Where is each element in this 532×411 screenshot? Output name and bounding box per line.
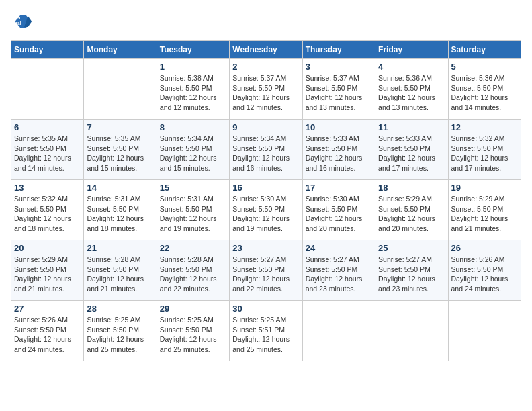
- calendar-cell: 27 Sunrise: 5:26 AM Sunset: 5:50 PM Dayl…: [11, 301, 84, 361]
- svg-text:Gen: Gen: [13, 15, 22, 20]
- sunrise-text: Sunrise: 5:29 AM: [14, 255, 81, 265]
- daylight-text: Daylight: 12 hours and 15 minutes.: [160, 153, 226, 173]
- daylight-text: Daylight: 12 hours and 15 minutes.: [87, 153, 153, 173]
- day-number: 19: [451, 183, 518, 193]
- logo-icon: Gen eral: [11, 11, 32, 32]
- sunset-text: Sunset: 5:50 PM: [378, 144, 445, 154]
- day-info: Sunrise: 5:30 AM Sunset: 5:50 PM Dayligh…: [232, 194, 299, 234]
- day-info: Sunrise: 5:25 AM Sunset: 5:50 PM Dayligh…: [160, 315, 226, 355]
- sunrise-text: Sunrise: 5:34 AM: [232, 134, 299, 144]
- daylight-text: Daylight: 12 hours and 16 minutes.: [232, 153, 299, 173]
- day-info: Sunrise: 5:34 AM Sunset: 5:50 PM Dayligh…: [232, 134, 299, 173]
- day-info: Sunrise: 5:32 AM Sunset: 5:50 PM Dayligh…: [14, 194, 81, 234]
- weekday-header-saturday: Saturday: [448, 41, 521, 59]
- daylight-text: Daylight: 12 hours and 17 minutes.: [378, 153, 445, 173]
- sunset-text: Sunset: 5:50 PM: [378, 265, 445, 275]
- sunrise-text: Sunrise: 5:27 AM: [232, 255, 299, 265]
- calendar-cell: 28 Sunrise: 5:25 AM Sunset: 5:50 PM Dayl…: [84, 301, 157, 361]
- calendar-cell: 22 Sunrise: 5:28 AM Sunset: 5:50 PM Dayl…: [157, 240, 229, 301]
- sunset-text: Sunset: 5:50 PM: [14, 144, 81, 154]
- sunset-text: Sunset: 5:50 PM: [232, 83, 299, 93]
- day-info: Sunrise: 5:27 AM Sunset: 5:50 PM Dayligh…: [378, 255, 445, 294]
- day-info: Sunrise: 5:25 AM Sunset: 5:51 PM Dayligh…: [232, 315, 299, 355]
- sunrise-text: Sunrise: 5:34 AM: [160, 134, 226, 144]
- calendar-week-3: 13 Sunrise: 5:32 AM Sunset: 5:50 PM Dayl…: [11, 180, 521, 240]
- daylight-text: Daylight: 12 hours and 14 minutes.: [451, 93, 518, 112]
- sunset-text: Sunset: 5:50 PM: [378, 204, 445, 214]
- daylight-text: Daylight: 12 hours and 23 minutes.: [306, 274, 372, 293]
- calendar-cell: 9 Sunrise: 5:34 AM Sunset: 5:50 PM Dayli…: [230, 120, 302, 180]
- sunset-text: Sunset: 5:50 PM: [451, 83, 518, 93]
- day-info: Sunrise: 5:30 AM Sunset: 5:50 PM Dayligh…: [306, 194, 372, 234]
- day-number: 25: [378, 243, 445, 253]
- day-number: 23: [232, 243, 299, 253]
- day-number: 21: [87, 243, 153, 253]
- day-number: 29: [160, 304, 226, 314]
- day-info: Sunrise: 5:38 AM Sunset: 5:50 PM Dayligh…: [160, 73, 226, 113]
- calendar-cell: 21 Sunrise: 5:28 AM Sunset: 5:50 PM Dayl…: [84, 240, 157, 301]
- day-number: 8: [160, 122, 226, 132]
- daylight-text: Daylight: 12 hours and 18 minutes.: [14, 214, 81, 233]
- calendar-cell: [375, 301, 448, 361]
- day-info: Sunrise: 5:29 AM Sunset: 5:50 PM Dayligh…: [451, 194, 518, 234]
- sunrise-text: Sunrise: 5:36 AM: [378, 73, 445, 83]
- sunset-text: Sunset: 5:50 PM: [87, 204, 153, 214]
- sunrise-text: Sunrise: 5:29 AM: [378, 194, 445, 204]
- weekday-header-friday: Friday: [375, 41, 448, 59]
- calendar-cell: 4 Sunrise: 5:36 AM Sunset: 5:50 PM Dayli…: [375, 59, 448, 120]
- sunset-text: Sunset: 5:50 PM: [306, 204, 372, 214]
- day-number: 6: [14, 122, 81, 132]
- daylight-text: Daylight: 12 hours and 24 minutes.: [14, 334, 81, 354]
- day-number: 2: [232, 62, 299, 72]
- sunrise-text: Sunrise: 5:25 AM: [232, 315, 299, 325]
- sunset-text: Sunset: 5:50 PM: [232, 265, 299, 275]
- daylight-text: Daylight: 12 hours and 22 minutes.: [232, 274, 299, 293]
- sunrise-text: Sunrise: 5:30 AM: [232, 194, 299, 204]
- sunrise-text: Sunrise: 5:29 AM: [451, 194, 518, 204]
- weekday-header-wednesday: Wednesday: [230, 41, 302, 59]
- weekday-header-tuesday: Tuesday: [157, 41, 229, 59]
- day-info: Sunrise: 5:27 AM Sunset: 5:50 PM Dayligh…: [232, 255, 299, 294]
- calendar-cell: 12 Sunrise: 5:32 AM Sunset: 5:50 PM Dayl…: [448, 120, 521, 180]
- sunset-text: Sunset: 5:50 PM: [87, 325, 153, 335]
- calendar-cell: 15 Sunrise: 5:31 AM Sunset: 5:50 PM Dayl…: [157, 180, 229, 240]
- sunset-text: Sunset: 5:50 PM: [451, 265, 518, 275]
- sunset-text: Sunset: 5:50 PM: [160, 144, 226, 154]
- sunrise-text: Sunrise: 5:26 AM: [14, 315, 81, 325]
- daylight-text: Daylight: 12 hours and 25 minutes.: [232, 334, 299, 354]
- calendar-cell: 5 Sunrise: 5:36 AM Sunset: 5:50 PM Dayli…: [448, 59, 521, 120]
- day-number: 13: [14, 183, 81, 193]
- calendar-week-4: 20 Sunrise: 5:29 AM Sunset: 5:50 PM Dayl…: [11, 240, 521, 301]
- calendar-cell: 26 Sunrise: 5:26 AM Sunset: 5:50 PM Dayl…: [448, 240, 521, 301]
- calendar-cell: 7 Sunrise: 5:35 AM Sunset: 5:50 PM Dayli…: [84, 120, 157, 180]
- sunrise-text: Sunrise: 5:35 AM: [14, 134, 81, 144]
- weekday-header-thursday: Thursday: [302, 41, 375, 59]
- calendar-cell: [84, 59, 157, 120]
- calendar-cell: 23 Sunrise: 5:27 AM Sunset: 5:50 PM Dayl…: [230, 240, 302, 301]
- day-info: Sunrise: 5:33 AM Sunset: 5:50 PM Dayligh…: [306, 134, 372, 173]
- sunrise-text: Sunrise: 5:32 AM: [14, 194, 81, 204]
- day-number: 16: [232, 183, 299, 193]
- sunset-text: Sunset: 5:50 PM: [232, 144, 299, 154]
- daylight-text: Daylight: 12 hours and 25 minutes.: [87, 334, 153, 354]
- day-number: 9: [232, 122, 299, 132]
- calendar-cell: 25 Sunrise: 5:27 AM Sunset: 5:50 PM Dayl…: [375, 240, 448, 301]
- sunset-text: Sunset: 5:50 PM: [232, 204, 299, 214]
- day-number: 30: [232, 304, 299, 314]
- calendar-cell: 17 Sunrise: 5:30 AM Sunset: 5:50 PM Dayl…: [302, 180, 375, 240]
- svg-text:eral: eral: [13, 21, 21, 26]
- calendar-cell: 18 Sunrise: 5:29 AM Sunset: 5:50 PM Dayl…: [375, 180, 448, 240]
- page-header: Gen eral: [11, 11, 521, 32]
- calendar-cell: [302, 301, 375, 361]
- day-info: Sunrise: 5:25 AM Sunset: 5:50 PM Dayligh…: [87, 315, 153, 355]
- sunset-text: Sunset: 5:50 PM: [451, 144, 518, 154]
- daylight-text: Daylight: 12 hours and 12 minutes.: [160, 93, 226, 112]
- day-number: 1: [160, 62, 226, 72]
- calendar-cell: 16 Sunrise: 5:30 AM Sunset: 5:50 PM Dayl…: [230, 180, 302, 240]
- sunrise-text: Sunrise: 5:35 AM: [87, 134, 153, 144]
- daylight-text: Daylight: 12 hours and 20 minutes.: [306, 214, 372, 233]
- sunrise-text: Sunrise: 5:28 AM: [160, 255, 226, 265]
- day-number: 27: [14, 304, 81, 314]
- day-number: 28: [87, 304, 153, 314]
- sunrise-text: Sunrise: 5:26 AM: [451, 255, 518, 265]
